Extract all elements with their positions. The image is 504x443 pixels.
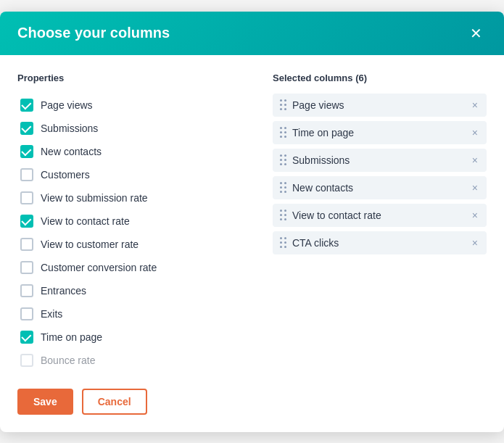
property-item-entrances[interactable]: Entrances: [17, 279, 249, 302]
selected-columns-list: Page views×Time on page×Submissions×New …: [273, 94, 487, 254]
property-label-view-to-customer-rate: View to customer rate: [41, 239, 139, 250]
drag-handle-new-contacts: [280, 182, 286, 193]
checkbox-view-to-contact-rate[interactable]: [20, 215, 33, 228]
property-item-view-to-submission-rate[interactable]: View to submission rate: [17, 186, 249, 210]
drag-handle-time-on-page: [280, 127, 286, 138]
checkbox-page-views[interactable]: [20, 99, 33, 112]
close-button[interactable]: ✕: [466, 25, 487, 42]
drag-handle-page-views: [280, 99, 286, 110]
modal-header: Choose your columns ✕: [0, 12, 504, 55]
column-item-view-to-contact-rate[interactable]: View to contact rate×: [273, 204, 487, 227]
property-label-bounce-rate: Bounce rate: [41, 355, 96, 366]
remove-column-cta-clicks[interactable]: ×: [471, 238, 479, 248]
column-item-page-views[interactable]: Page views×: [273, 94, 487, 117]
modal-title: Choose your columns: [17, 25, 170, 41]
property-item-time-on-page[interactable]: Time on page: [17, 326, 249, 349]
checkbox-time-on-page[interactable]: [20, 331, 33, 344]
property-label-view-to-contact-rate: View to contact rate: [41, 215, 130, 227]
remove-column-view-to-contact-rate[interactable]: ×: [471, 210, 479, 220]
checkbox-submissions[interactable]: [20, 122, 33, 135]
checkbox-entrances[interactable]: [20, 284, 33, 297]
property-item-view-to-contact-rate[interactable]: View to contact rate: [17, 210, 249, 233]
checkbox-exits[interactable]: [20, 307, 33, 320]
checkbox-view-to-customer-rate[interactable]: [20, 238, 33, 251]
column-name-submissions: Submissions: [292, 154, 465, 166]
drag-handle-submissions: [280, 154, 286, 165]
drag-handle-cta-clicks: [280, 237, 286, 248]
property-item-customers[interactable]: Customers: [17, 163, 249, 186]
column-name-view-to-contact-rate: View to contact rate: [292, 210, 465, 221]
property-label-page-views: Page views: [41, 99, 93, 111]
column-name-cta-clicks: CTA clicks: [292, 237, 465, 249]
property-label-customer-conversion-rate: Customer conversion rate: [41, 262, 157, 273]
column-item-time-on-page[interactable]: Time on page×: [273, 121, 487, 144]
column-item-new-contacts[interactable]: New contacts×: [273, 176, 487, 199]
drag-handle-view-to-contact-rate: [280, 210, 286, 220]
property-item-customer-conversion-rate[interactable]: Customer conversion rate: [17, 256, 249, 279]
column-name-page-views: Page views: [292, 99, 465, 111]
remove-column-time-on-page[interactable]: ×: [471, 128, 479, 138]
property-label-view-to-submission-rate: View to submission rate: [41, 192, 148, 204]
cancel-button[interactable]: Cancel: [82, 389, 147, 415]
column-name-new-contacts: New contacts: [292, 182, 465, 194]
column-item-cta-clicks[interactable]: CTA clicks×: [273, 231, 487, 254]
remove-column-new-contacts[interactable]: ×: [471, 183, 479, 193]
property-item-page-views[interactable]: Page views: [17, 94, 249, 117]
checkbox-view-to-submission-rate[interactable]: [20, 191, 33, 204]
property-item-submissions[interactable]: Submissions: [17, 117, 249, 140]
property-label-new-contacts: New contacts: [41, 146, 102, 157]
properties-panel: Properties Page viewsSubmissionsNew cont…: [17, 73, 249, 374]
modal-dialog: Choose your columns ✕ Properties Page vi…: [0, 12, 504, 432]
column-name-time-on-page: Time on page: [292, 127, 465, 138]
column-item-submissions[interactable]: Submissions×: [273, 149, 487, 172]
modal-body: Properties Page viewsSubmissionsNew cont…: [0, 55, 504, 374]
checkbox-new-contacts[interactable]: [20, 145, 33, 158]
property-label-time-on-page: Time on page: [41, 331, 102, 343]
property-item-exits[interactable]: Exits: [17, 302, 249, 326]
property-item-bounce-rate[interactable]: Bounce rate: [17, 349, 249, 372]
property-label-submissions: Submissions: [41, 123, 98, 134]
save-button[interactable]: Save: [17, 389, 73, 415]
checkbox-customers[interactable]: [20, 168, 33, 181]
checkbox-customer-conversion-rate[interactable]: [20, 261, 33, 274]
property-label-customers: Customers: [41, 169, 90, 181]
modal-footer: Save Cancel: [0, 374, 504, 432]
property-label-entrances: Entrances: [41, 285, 86, 297]
property-label-exits: Exits: [41, 308, 62, 320]
selected-columns-panel: Selected columns (6) Page views×Time on …: [273, 73, 487, 374]
property-item-new-contacts[interactable]: New contacts: [17, 140, 249, 163]
properties-list: Page viewsSubmissionsNew contactsCustome…: [17, 94, 249, 372]
property-item-view-to-customer-rate[interactable]: View to customer rate: [17, 233, 249, 256]
properties-label: Properties: [17, 73, 249, 83]
selected-columns-label: Selected columns (6): [273, 73, 487, 83]
remove-column-submissions[interactable]: ×: [471, 155, 479, 165]
remove-column-page-views[interactable]: ×: [471, 100, 479, 110]
checkbox-bounce-rate[interactable]: [20, 354, 33, 367]
